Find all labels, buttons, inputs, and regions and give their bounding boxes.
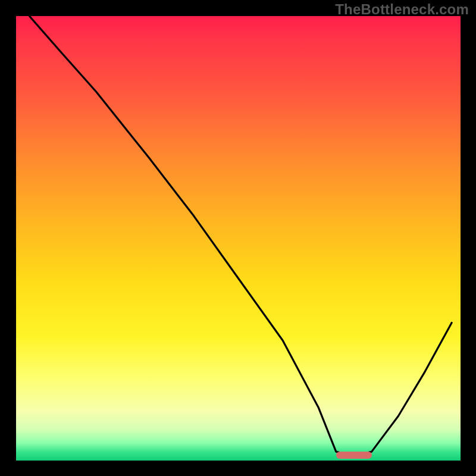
bottleneck-curve [16,16,461,461]
optimum-marker [336,452,372,459]
chart-frame: TheBottleneck.com [0,0,476,476]
plot-area [16,16,461,461]
watermark-text: TheBottleneck.com [335,1,469,18]
